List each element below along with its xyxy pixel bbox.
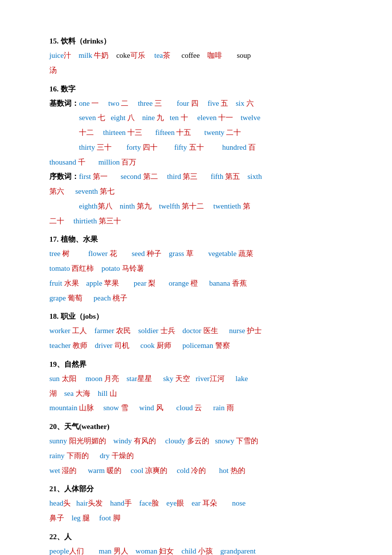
section-18-title: 18. 职业（jobs） bbox=[49, 310, 353, 323]
page-content: 15. 饮料（drinks） juice汁 milk 牛奶 coke可乐 tea… bbox=[49, 35, 353, 555]
zh-coffee: 咖啡 bbox=[207, 51, 222, 59]
section-21-line2: 鼻子 leg 腿 foot 脚 bbox=[49, 512, 353, 525]
word-forty: forty bbox=[126, 143, 141, 151]
word-coke: coke bbox=[116, 51, 130, 59]
zh-fifty: 五十 bbox=[189, 143, 204, 151]
zh-rainy: 下雨的 bbox=[67, 452, 89, 460]
section-20-line1: sunny 阳光明媚的 windy 有风的 cloudy 多云的 snowy 下… bbox=[49, 434, 353, 448]
word-soldier: soldier bbox=[138, 327, 158, 335]
zh-one: 一 bbox=[91, 99, 99, 107]
zh-coke: 可乐 bbox=[130, 51, 145, 59]
zh-eighth: 第八 bbox=[98, 202, 113, 210]
word-face: face bbox=[139, 499, 152, 507]
zh-twentieth: 第 bbox=[243, 202, 250, 210]
zh-juice: 汁 bbox=[64, 51, 71, 59]
word-fifty: fifty bbox=[174, 143, 187, 151]
word-seventh: seventh bbox=[76, 187, 98, 195]
section-18-line2: teacher 教师 driver 司机 cook 厨师 policeman 警… bbox=[49, 339, 353, 353]
word-fruit: fruit bbox=[49, 279, 62, 287]
word-dry: dry bbox=[100, 452, 110, 460]
zh-nurse: 护士 bbox=[247, 327, 262, 335]
zh-twelfth: 第十二 bbox=[182, 202, 204, 210]
zh-grape: 葡萄 bbox=[68, 294, 82, 302]
section-19-line1: sun 太阳 moon 月亮 star星星 sky 天空 river江河 lak… bbox=[49, 372, 353, 386]
zh-cloudy: 多云的 bbox=[187, 437, 209, 445]
word-six: six bbox=[235, 99, 244, 107]
zh-fifth: 第五 bbox=[225, 172, 240, 180]
word-lake: lake bbox=[235, 375, 248, 383]
word-thirtieth: thirtieth bbox=[74, 217, 97, 225]
zh-grass: 草 bbox=[186, 250, 194, 257]
section-20-title: 20、天气(weather) bbox=[49, 420, 353, 433]
section-17-line3: fruit 水果 apple 苹果 pear 梨 orange 橙 banana… bbox=[49, 277, 353, 291]
zh-moon: 月亮 bbox=[104, 375, 119, 383]
zh-forty: 四十 bbox=[143, 143, 157, 151]
zh-seven: 七 bbox=[98, 114, 105, 122]
zh-foot: 脚 bbox=[113, 514, 120, 522]
zh-peach: 桃子 bbox=[113, 294, 127, 302]
word-rain: rain bbox=[213, 404, 225, 412]
word-two: two bbox=[108, 99, 119, 107]
zh-eight: 八 bbox=[127, 114, 135, 122]
word-nurse: nurse bbox=[229, 327, 245, 335]
zh-three: 三 bbox=[155, 99, 162, 107]
word-orange: orange bbox=[169, 279, 189, 287]
zh-eleven: 十一 bbox=[218, 114, 233, 122]
zh-milk: 牛奶 bbox=[94, 51, 109, 59]
word-third: third bbox=[167, 172, 181, 180]
section-15-soup-zh: 汤 bbox=[49, 64, 353, 78]
zh-wet: 湿的 bbox=[62, 467, 77, 474]
word-five: five bbox=[207, 99, 219, 107]
word-cloud: cloud bbox=[176, 404, 193, 412]
zh-six: 六 bbox=[246, 99, 254, 107]
section-16-ordinal-label: 序数词：first 第一 second 第二 third 第三 fifth 第五… bbox=[49, 170, 353, 184]
word-peach: peach bbox=[94, 294, 111, 302]
section-16-line4: thirty 三十 forty 四十 fifty 五十 hundred 百 bbox=[49, 141, 353, 155]
word-ninth: ninth bbox=[120, 202, 135, 210]
word-million: million bbox=[98, 158, 119, 166]
section-16-cardinal-label: 基数词：one 一 two 二 three 三 four 四 five 五 si… bbox=[49, 97, 353, 111]
word-one: one bbox=[79, 99, 90, 107]
zh-hill: 山 bbox=[110, 389, 117, 397]
zh-snow: 雪 bbox=[121, 404, 128, 412]
zh-windy: 有风的 bbox=[134, 437, 156, 445]
word-apple: apple bbox=[86, 279, 102, 287]
section-15: 15. 饮料（drinks） juice汁 milk 牛奶 coke可乐 tea… bbox=[49, 35, 353, 78]
word-sixth: sixth bbox=[247, 172, 262, 180]
zh-apple: 苹果 bbox=[104, 279, 119, 287]
zh-hair: 头发 bbox=[88, 499, 103, 507]
word-doctor: doctor bbox=[183, 327, 201, 335]
section-16-title: 16. 数字 bbox=[49, 83, 353, 96]
zh-twenty: 二十 bbox=[226, 128, 241, 136]
section-22: 22、人 people人们 man 男人 woman 妇女 child 小孩 g… bbox=[49, 530, 353, 555]
word-people: people bbox=[49, 547, 69, 555]
word-soup: soup bbox=[237, 51, 251, 59]
section-19-line3: mountain 山脉 snow 雪 wind 风 cloud 云 rain 雨 bbox=[49, 401, 353, 415]
section-20: 20、天气(weather) sunny 阳光明媚的 windy 有风的 clo… bbox=[49, 420, 353, 477]
section-15-content: juice汁 milk 牛奶 coke可乐 tea茶 coffee 咖啡 sou… bbox=[49, 49, 353, 63]
zh-doctor: 医生 bbox=[203, 327, 218, 335]
section-21-line1: head头 hair头发 hand手 face脸 eye眼 ear 耳朵 nos… bbox=[49, 497, 353, 511]
word-first: first bbox=[79, 172, 91, 180]
word-tea: tea bbox=[155, 51, 163, 59]
word-man: man bbox=[99, 547, 112, 555]
word-cold: cold bbox=[177, 467, 190, 474]
word-three: three bbox=[138, 99, 153, 107]
zh-snowy: 下雪的 bbox=[236, 437, 258, 445]
zh-cook: 厨师 bbox=[157, 342, 171, 349]
zh-head: 头 bbox=[63, 499, 71, 507]
section-16-line2: seven 七 eight 八 nine 九 ten 十 eleven 十一 t… bbox=[49, 111, 353, 125]
zh-seventh: 第七 bbox=[100, 187, 115, 195]
word-sunny: sunny bbox=[49, 437, 67, 445]
section-17-line1: tree 树 flower 花 seed 种子 grass 草 vegetabl… bbox=[49, 247, 353, 261]
zh-four: 四 bbox=[191, 99, 198, 107]
word-seven: seven bbox=[79, 114, 96, 122]
word-mountain: mountain bbox=[49, 404, 78, 412]
word-grape: grape bbox=[49, 294, 66, 302]
word-ten: ten bbox=[170, 114, 179, 122]
word-policeman: policeman bbox=[183, 342, 213, 349]
zh-seed: 种子 bbox=[147, 250, 161, 257]
zh-nine: 九 bbox=[157, 114, 164, 122]
word-sun: sun bbox=[49, 375, 60, 383]
zh-rain: 雨 bbox=[227, 404, 234, 412]
